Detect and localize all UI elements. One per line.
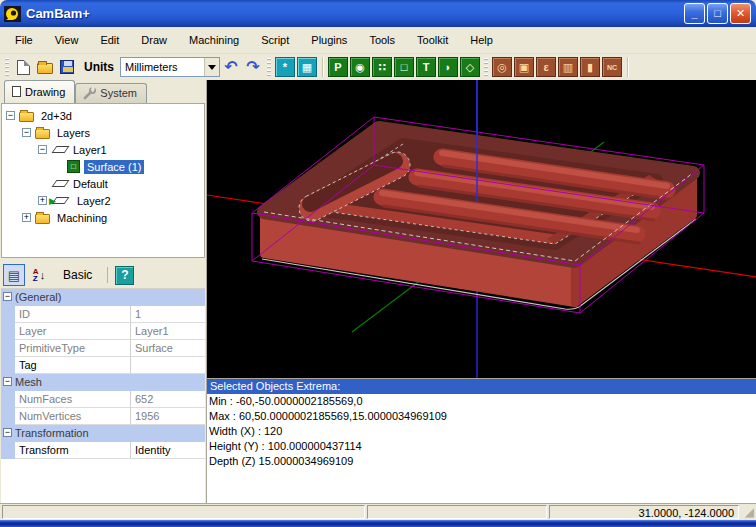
tree-item-label[interactable]: Machining bbox=[54, 211, 110, 225]
property-row-numfaces: NumFaces 652 bbox=[1, 391, 205, 408]
toolbar-grip[interactable] bbox=[267, 58, 271, 76]
tree-item-layer2[interactable]: ▶ Layer2 bbox=[2, 192, 204, 209]
alphabetical-sort-button[interactable]: AZ ↓ bbox=[28, 264, 50, 286]
property-row-transform: Transform Identity bbox=[1, 442, 205, 459]
tree-item-label[interactable]: Surface (1) bbox=[84, 160, 144, 174]
menu-script[interactable]: Script bbox=[250, 30, 300, 50]
toolbar-grip[interactable] bbox=[5, 58, 9, 76]
drill-icon[interactable]: ◎ bbox=[492, 57, 512, 77]
text-icon[interactable]: T bbox=[416, 57, 436, 77]
tree-item-label[interactable]: Layer2 bbox=[74, 194, 114, 208]
vcarve-icon[interactable]: ▮ bbox=[580, 57, 600, 77]
tree-item-default[interactable]: Default bbox=[2, 175, 204, 192]
close-button[interactable]: ✕ bbox=[730, 3, 751, 24]
property-row-layer: Layer Layer1 bbox=[1, 323, 205, 340]
folder-icon bbox=[19, 112, 34, 122]
menu-machining[interactable]: Machining bbox=[178, 30, 250, 50]
new-file-icon[interactable] bbox=[13, 57, 33, 77]
toolbar-grip[interactable] bbox=[484, 58, 488, 76]
az-sort-icon: AZ ↓ bbox=[33, 268, 45, 282]
save-icon[interactable] bbox=[57, 57, 77, 77]
maximize-button[interactable]: □ bbox=[707, 3, 728, 24]
tree-item-label[interactable]: Layer1 bbox=[70, 143, 110, 157]
property-value[interactable] bbox=[131, 357, 205, 374]
menu-file[interactable]: File bbox=[4, 30, 44, 50]
status-bar: 31.0000, -124.0000 ◢ bbox=[0, 503, 756, 520]
gcode-icon[interactable]: NC bbox=[602, 57, 622, 77]
engrave-icon[interactable]: ε bbox=[536, 57, 556, 77]
app-logo-icon bbox=[4, 5, 22, 23]
category-general[interactable]: (General) bbox=[1, 289, 205, 306]
toolbar-separator bbox=[322, 57, 323, 77]
rectangle-icon[interactable]: □ bbox=[394, 57, 414, 77]
circle-icon[interactable]: ◉ bbox=[350, 57, 370, 77]
category-transformation[interactable]: Transformation bbox=[1, 425, 205, 442]
menu-tools[interactable]: Tools bbox=[358, 30, 406, 50]
viewport-3d[interactable] bbox=[207, 80, 756, 378]
help-button[interactable]: ? bbox=[115, 266, 134, 285]
category-mesh[interactable]: Mesh bbox=[1, 374, 205, 391]
expand-icon[interactable] bbox=[22, 213, 31, 222]
menu-view[interactable]: View bbox=[44, 30, 90, 50]
viewport-canvas[interactable] bbox=[207, 80, 756, 378]
property-value[interactable]: Identity bbox=[131, 442, 205, 459]
property-value[interactable]: 1956 bbox=[131, 408, 205, 425]
arc-icon[interactable]: ◗ bbox=[438, 57, 458, 77]
category-label: (General) bbox=[15, 289, 61, 306]
menu-plugins[interactable]: Plugins bbox=[300, 30, 358, 50]
window-title: CamBam+ bbox=[26, 6, 90, 21]
profile-icon[interactable]: ▥ bbox=[558, 57, 578, 77]
menu-edit[interactable]: Edit bbox=[89, 30, 130, 50]
property-value[interactable]: 1 bbox=[131, 306, 205, 323]
collapse-icon[interactable] bbox=[6, 111, 15, 120]
point-list-icon[interactable]: ∷ bbox=[372, 57, 392, 77]
property-value[interactable]: Layer1 bbox=[131, 323, 205, 340]
menu-toolkit[interactable]: Toolkit bbox=[406, 30, 459, 50]
tab-drawing[interactable]: Drawing bbox=[4, 80, 75, 103]
active-layer-icon: ▶ bbox=[51, 197, 70, 204]
redo-icon[interactable]: ↷ bbox=[243, 57, 263, 77]
property-grid: (General) ID 1 Layer Layer1 PrimitiveTyp… bbox=[1, 288, 205, 503]
collapse-icon[interactable] bbox=[22, 128, 31, 137]
units-dropdown-arrow-icon[interactable] bbox=[204, 58, 219, 76]
categorized-view-button[interactable]: ▤ bbox=[3, 264, 25, 286]
tree-item-label[interactable]: Default bbox=[70, 177, 111, 191]
snap-points-icon[interactable]: * bbox=[275, 57, 295, 77]
pocket-icon[interactable]: ▣ bbox=[514, 57, 534, 77]
info-depth: Depth (Z) 15.0000034969109 bbox=[207, 454, 756, 469]
expand-icon[interactable] bbox=[38, 196, 47, 205]
active-arrow-icon: ▶ bbox=[49, 196, 56, 206]
tree-item-layers[interactable]: Layers bbox=[2, 124, 204, 141]
wrench-icon bbox=[83, 87, 96, 100]
tree-item-surface[interactable]: □ Surface (1) bbox=[2, 158, 204, 175]
property-value[interactable]: 652 bbox=[131, 391, 205, 408]
status-panel-1 bbox=[2, 505, 365, 519]
open-file-icon[interactable] bbox=[35, 57, 55, 77]
tree-item-2d3d[interactable]: 2d+3d bbox=[2, 107, 204, 124]
tab-system[interactable]: System bbox=[75, 83, 147, 103]
collapse-icon[interactable] bbox=[38, 145, 47, 154]
surface-icon[interactable]: ◇ bbox=[460, 57, 480, 77]
collapse-icon[interactable] bbox=[3, 428, 12, 437]
property-name: Transform bbox=[15, 442, 131, 459]
units-value: Millimeters bbox=[121, 61, 204, 73]
undo-icon[interactable]: ↶ bbox=[221, 57, 241, 77]
folder-icon bbox=[35, 129, 50, 139]
collapse-icon[interactable] bbox=[3, 292, 12, 301]
resize-grip[interactable]: ◢ bbox=[741, 505, 754, 519]
collapse-icon[interactable] bbox=[3, 377, 12, 386]
minimize-button[interactable]: _ bbox=[684, 3, 705, 24]
units-combobox[interactable]: Millimeters bbox=[120, 57, 220, 77]
show-grid-icon[interactable]: ▦ bbox=[297, 57, 317, 77]
categorized-icon: ▤ bbox=[8, 268, 20, 283]
menu-help[interactable]: Help bbox=[459, 30, 504, 50]
property-value[interactable]: Surface bbox=[131, 340, 205, 357]
tree-item-machining[interactable]: Machining bbox=[2, 209, 204, 226]
polyline-icon[interactable]: P bbox=[328, 57, 348, 77]
tree-item-layer1[interactable]: Layer1 bbox=[2, 141, 204, 158]
tree-item-label[interactable]: 2d+3d bbox=[38, 109, 75, 123]
surface-object[interactable] bbox=[262, 128, 696, 309]
menu-draw[interactable]: Draw bbox=[130, 30, 178, 50]
cursor-coordinates: 31.0000, -124.0000 bbox=[549, 505, 739, 519]
tree-item-label[interactable]: Layers bbox=[54, 126, 93, 140]
